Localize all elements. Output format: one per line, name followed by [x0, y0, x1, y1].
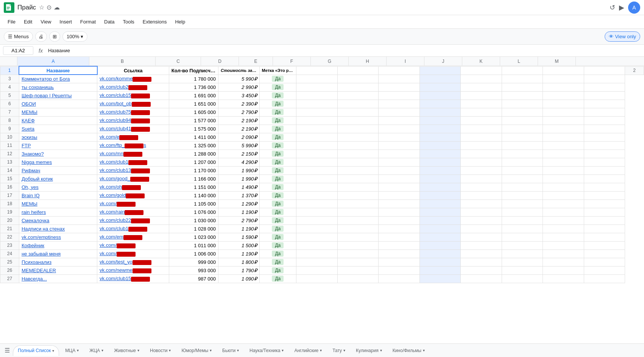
cell-price-15[interactable]: 1 290₽ [218, 200, 259, 208]
cell-price-11[interactable]: 1 990₽ [218, 166, 259, 175]
cell-reference-input[interactable] [3, 46, 33, 55]
cell-da-21[interactable]: Да [259, 249, 296, 258]
cell-subs-21[interactable]: 1 006 000 [169, 249, 218, 258]
cell-da-7[interactable]: Да [259, 133, 296, 141]
menu-help[interactable]: Help [171, 17, 189, 26]
cell-subs-22[interactable]: 999 000 [169, 258, 218, 266]
tab-тату[interactable]: Тату▾ [328, 345, 350, 356]
header-cell-label[interactable]: Метка «Это реклама» [259, 66, 296, 75]
tab-английские[interactable]: Английские▾ [290, 345, 326, 356]
tab-кулинария[interactable]: Кулинария▾ [351, 345, 387, 356]
col-header-l[interactable]: L [500, 57, 538, 65]
cell-link-15[interactable]: vk.com/ [97, 200, 169, 208]
cell-subs-23[interactable]: 993 000 [169, 266, 218, 274]
cell-da-15[interactable]: Да [259, 200, 296, 208]
cell-subs-2[interactable]: 1 691 000 [169, 91, 218, 100]
cell-subs-14[interactable]: 1 140 000 [169, 191, 218, 200]
user-avatar[interactable]: A [628, 2, 640, 14]
col-header-b[interactable]: B [89, 57, 156, 65]
cell-name-6[interactable]: Sueta [19, 125, 97, 133]
zoom-button[interactable]: 100% ▾ [62, 31, 87, 42]
tab-кино-фильмы[interactable]: Кино/Фильмы▾ [388, 345, 429, 356]
cell-price-19[interactable]: 1 590₽ [218, 233, 259, 241]
cell-name-17[interactable]: Смекалочка [19, 216, 97, 224]
cell-name-14[interactable]: Brain IQ [19, 191, 97, 200]
cell-name-2[interactable]: Шеф-повар | Рецепты [19, 91, 97, 100]
cell-name-5[interactable]: КАЕФ [19, 116, 97, 125]
star-icon[interactable]: ☆ [39, 4, 44, 11]
cell-da-19[interactable]: Да [259, 233, 296, 241]
cell-link-13[interactable]: vk.com/oh [97, 183, 169, 191]
cell-name-9[interactable]: Знакомо? [19, 150, 97, 158]
cell-da-14[interactable]: Да [259, 191, 296, 200]
cell-link-7[interactable]: vk.com/e [97, 133, 169, 141]
cell-price-12[interactable]: 1 990₽ [218, 175, 259, 183]
col-header-j[interactable]: J [424, 57, 462, 65]
cell-link-24[interactable]: vk.com/club15 [97, 274, 169, 283]
cell-link-9[interactable]: vk.com/mn [97, 150, 169, 158]
cell-price-22[interactable]: 1 800₽ [218, 258, 259, 266]
col-header-c[interactable]: C [156, 57, 201, 65]
col-header-f[interactable]: F [273, 57, 311, 65]
header-cell-link[interactable]: Ссылка [97, 66, 169, 75]
cell-name-11[interactable]: Рифмач [19, 166, 97, 175]
cell-price-24[interactable]: 1 090₽ [218, 274, 259, 283]
cell-subs-24[interactable]: 987 000 [169, 274, 218, 283]
cell-link-19[interactable]: vk.com/em [97, 233, 169, 241]
cell-da-4[interactable]: Да [259, 108, 296, 116]
cell-name-21[interactable]: не забывай меня [19, 249, 97, 258]
cell-link-6[interactable]: vk.com/club41 [97, 125, 169, 133]
col-header-k[interactable]: K [462, 57, 500, 65]
print-button[interactable]: 🖨 [35, 31, 47, 42]
col-header-a[interactable]: A [17, 57, 89, 65]
header-cell-name[interactable]: Название [19, 66, 97, 75]
cell-name-20[interactable]: Кофейник [19, 241, 97, 249]
cell-link-0[interactable]: vk.com/komme [97, 75, 169, 83]
cell-name-18[interactable]: Надписи на стенах [19, 224, 97, 233]
col-header-h[interactable]: H [349, 57, 387, 65]
cell-subs-6[interactable]: 1 575 000 [169, 125, 218, 133]
cell-subs-5[interactable]: 1 577 000 [169, 116, 218, 125]
cell-subs-1[interactable]: 1 736 000 [169, 83, 218, 91]
menu-format[interactable]: Format [76, 17, 100, 26]
cell-link-18[interactable]: vk.com/club1 [97, 224, 169, 233]
cell-price-0[interactable]: 5 990₽ [218, 75, 259, 83]
cell-subs-20[interactable]: 1 011 000 [169, 241, 218, 249]
cell-name-4[interactable]: МЕМЫ [19, 108, 97, 116]
cell-name-0[interactable]: Комментатор от Бога [19, 75, 97, 83]
menus-button[interactable]: ☰ Menus [4, 31, 33, 42]
cell-subs-8[interactable]: 1 325 000 [169, 141, 218, 150]
cell-name-10[interactable]: Nigga memes [19, 158, 97, 166]
menu-file[interactable]: File [4, 17, 19, 26]
cell-link-23[interactable]: vk.com/newme [97, 266, 169, 274]
cell-link-2[interactable]: vk.com/club15 [97, 91, 169, 100]
cell-subs-7[interactable]: 1 411 000 [169, 133, 218, 141]
cell-name-23[interactable]: MEMEDEALER [19, 266, 97, 274]
col-header-i[interactable]: I [387, 57, 424, 65]
cell-link-3[interactable]: vk.com/bot_ob [97, 100, 169, 108]
cell-name-16[interactable]: rain heifers [19, 208, 97, 216]
cell-da-16[interactable]: Да [259, 208, 296, 216]
cell-price-13[interactable]: 1 490₽ [218, 183, 259, 191]
cell-link-4[interactable]: vk.com/club75 [97, 108, 169, 116]
cell-da-8[interactable]: Да [259, 141, 296, 150]
cell-link-22[interactable]: vk.com/test_yo [97, 258, 169, 266]
cell-da-1[interactable]: Да [259, 83, 296, 91]
app-icon[interactable] [4, 2, 14, 13]
cell-subs-17[interactable]: 1 030 000 [169, 216, 218, 224]
cell-price-14[interactable]: 1 370₽ [218, 191, 259, 200]
cell-link-21[interactable]: vk.com/ [97, 249, 169, 258]
cell-price-18[interactable]: 1 190₽ [218, 224, 259, 233]
cell-price-2[interactable]: 3 450₽ [218, 91, 259, 100]
cell-subs-12[interactable]: 1 166 000 [169, 175, 218, 183]
cell-subs-0[interactable]: 1 780 000 [169, 75, 218, 83]
cell-subs-15[interactable]: 1 105 000 [169, 200, 218, 208]
cell-name-3[interactable]: ОБОИ [19, 100, 97, 108]
cell-price-9[interactable]: 2 150₽ [218, 150, 259, 158]
cell-da-2[interactable]: Да [259, 91, 296, 100]
cell-price-1[interactable]: 2 990₽ [218, 83, 259, 91]
tab-юмор-мемы[interactable]: Юмор/Мемы▾ [177, 345, 216, 356]
cell-subs-16[interactable]: 1 076 000 [169, 208, 218, 216]
history-icon[interactable]: ↺ [610, 3, 615, 12]
cell-da-18[interactable]: Да [259, 224, 296, 233]
